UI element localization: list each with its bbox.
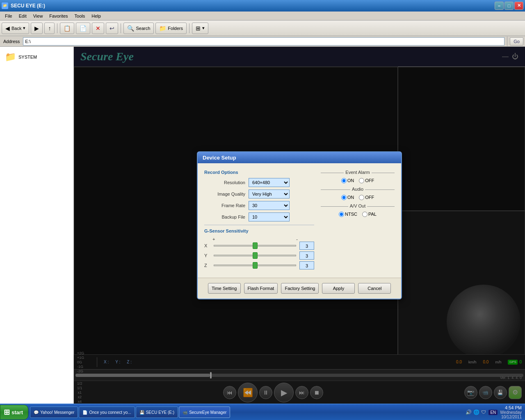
address-input[interactable]: [23, 37, 504, 46]
resolution-row: Resolution 640×480 320×240: [204, 178, 314, 187]
app-icon: 📁: [2, 2, 8, 9]
sidebar-folder-system[interactable]: 📁 SYSTEM: [3, 50, 70, 64]
record-options-label: Record Options: [204, 170, 314, 175]
taskbar-secu-eye[interactable]: 💾 SECU EYE (E:): [136, 406, 178, 418]
ntsc-radio[interactable]: [339, 212, 344, 217]
forward-icon: ▶: [34, 25, 39, 32]
backup-file-row: Backup File 10 5 15 20: [204, 212, 314, 221]
backup-file-select[interactable]: 10 5 15 20: [249, 212, 290, 221]
start-button[interactable]: ⊞ start: [0, 405, 28, 420]
gsensor-x-label: X: [204, 243, 210, 248]
language-indicator[interactable]: EN: [488, 410, 498, 415]
menu-view[interactable]: View: [30, 13, 46, 19]
gsensor-y-slider[interactable]: [214, 255, 296, 256]
gsensor-minus-label: -: [296, 237, 298, 242]
av-line-left: [321, 206, 348, 207]
menu-tools[interactable]: Tools: [71, 13, 89, 19]
gsensor-x-value: 3: [299, 242, 314, 250]
event-on-radio[interactable]: [341, 178, 347, 183]
menu-file[interactable]: File: [2, 13, 16, 19]
main-area: 📁 SYSTEM Secure Eye — ⏻ File List 📁 +: [0, 47, 525, 404]
menu-favorites[interactable]: Favorites: [46, 13, 71, 19]
gsensor-x-row: X 3: [204, 242, 314, 250]
title-bar-buttons: – □ ✕: [495, 2, 523, 10]
taskbar-yahoo-messenger[interactable]: 💬 Yahoo! Messenger: [30, 406, 78, 418]
sidebar: 📁 SYSTEM: [0, 47, 74, 404]
gsensor-z-row: Z 3: [204, 261, 314, 269]
audio-on-radio[interactable]: [341, 195, 347, 200]
backup-file-label: Backup File: [204, 215, 245, 219]
dialog-two-col: Record Options Resolution 640×480 320×24…: [204, 170, 395, 271]
resolution-select[interactable]: 640×480 320×240: [249, 178, 290, 187]
gsensor-y-value: 3: [299, 251, 314, 260]
manager-icon: 📹: [183, 410, 187, 415]
pal-radio[interactable]: [362, 212, 368, 217]
delete-button[interactable]: ✕: [92, 23, 104, 34]
apply-button[interactable]: Apply: [322, 283, 355, 294]
taskbar-connect[interactable]: 📄 Once you connect yo...: [79, 406, 135, 418]
factory-setting-button[interactable]: Factory Setting: [281, 283, 319, 294]
dialog-body: Record Options Resolution 640×480 320×24…: [198, 163, 401, 278]
close-button[interactable]: ✕: [514, 2, 523, 10]
folders-button[interactable]: 📁 Folders: [155, 23, 187, 34]
gsensor-header: + -: [204, 237, 314, 242]
search-button[interactable]: 🔍 Search: [123, 23, 154, 34]
gsensor-plus-label: +: [212, 237, 215, 242]
folder-label: SYSTEM: [18, 55, 37, 59]
folders-icon: 📁: [159, 25, 166, 32]
dialog-overlay: Device Setup Record Options Resolution 6…: [74, 47, 525, 404]
paste-icon: 📄: [80, 25, 87, 32]
search-icon: 🔍: [127, 25, 134, 32]
clock-area: 4:54 PM Wednesday 10/12/2011: [500, 405, 522, 419]
event-alarm-title: Event Alarm: [345, 170, 370, 175]
menu-edit[interactable]: Edit: [16, 13, 30, 19]
av-out-header: A/V Out: [321, 203, 395, 210]
toolbar-separator-1: [57, 23, 57, 33]
undo-button[interactable]: ↩: [106, 23, 118, 34]
back-icon: ◀: [5, 25, 10, 32]
audio-line-right: [365, 189, 395, 190]
audio-title: Audio: [352, 187, 363, 192]
tray-icon-2[interactable]: 🌐: [473, 409, 479, 415]
paste-button[interactable]: 📄: [76, 23, 90, 34]
copy-button[interactable]: 📋: [60, 23, 74, 34]
tray-icon-1[interactable]: 🔊: [466, 409, 472, 415]
forward-button[interactable]: ▶: [31, 23, 43, 34]
maximize-button[interactable]: □: [504, 2, 514, 10]
connect-icon: 📄: [82, 410, 87, 415]
event-off-radio[interactable]: [359, 178, 364, 183]
dialog-title: Device Setup: [203, 155, 236, 161]
up-button[interactable]: ↑: [44, 23, 55, 34]
frame-rate-select[interactable]: 30 25 15 10: [249, 201, 290, 210]
ntsc-label: NTSC: [339, 212, 357, 217]
minimize-button[interactable]: –: [495, 2, 504, 10]
cancel-button[interactable]: Cancel: [358, 283, 391, 294]
gsensor-y-label: Y: [204, 253, 210, 258]
taskbar-secureeye-manager[interactable]: 📹 SecureEye Manager: [179, 406, 230, 418]
menu-help[interactable]: Help: [88, 13, 104, 19]
clock-time: 4:54 PM: [500, 405, 522, 410]
audio-radio-row: ON OFF: [321, 195, 395, 200]
frame-rate-row: Frame Rate 30 25 15 10: [204, 201, 314, 210]
dialog-left-col: Record Options Resolution 640×480 320×24…: [204, 170, 314, 271]
copy-icon: 📋: [64, 25, 71, 32]
connect-label: Once you connect yo...: [89, 410, 131, 415]
go-button[interactable]: Go: [510, 37, 523, 46]
time-setting-button[interactable]: Time Setting: [208, 283, 241, 294]
clock-day: Wednesday: [500, 410, 522, 415]
gsensor-y-row: Y 3: [204, 251, 314, 260]
taskbar-items: 💬 Yahoo! Messenger 📄 Once you connect yo…: [28, 406, 462, 418]
gsensor-z-slider[interactable]: [214, 265, 296, 266]
flash-format-button[interactable]: Flash Format: [244, 283, 278, 294]
back-button[interactable]: ◀ Back ▾: [2, 23, 29, 34]
delete-icon: ✕: [96, 25, 100, 32]
views-button[interactable]: ⊞ ▾: [192, 23, 208, 34]
tray-icon-3[interactable]: 🛡: [481, 409, 486, 415]
gsensor-x-slider[interactable]: [214, 245, 296, 247]
gsensor-section: G-Sensor Sensitivity + - X 3: [204, 228, 314, 269]
image-quality-select[interactable]: Very High High Medium Low: [249, 189, 290, 199]
address-bar: Address Go: [0, 36, 525, 47]
audio-off-radio[interactable]: [359, 195, 364, 200]
event-off-label: OFF: [359, 178, 374, 183]
audio-line-left: [321, 189, 350, 190]
